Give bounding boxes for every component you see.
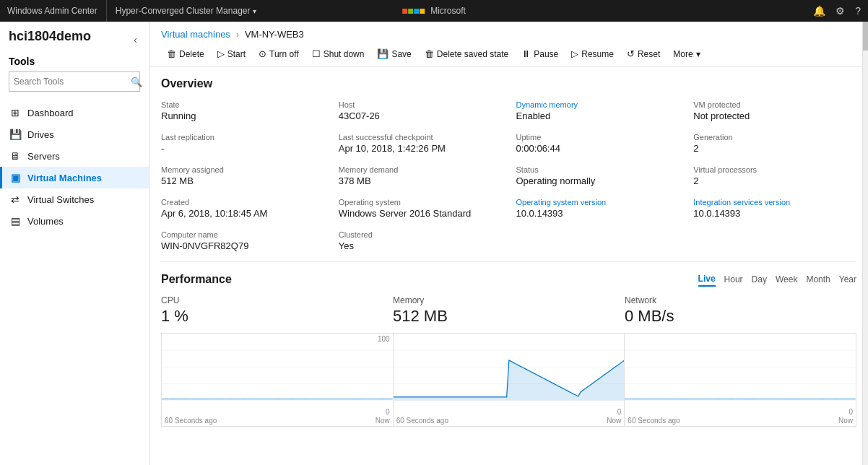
help-icon[interactable]: ? — [855, 5, 861, 17]
shut-down-label: Shut down — [324, 49, 365, 59]
performance-header: Performance LiveHourDayWeekMonthYear — [161, 272, 856, 287]
search-icon: 🔍 — [126, 77, 147, 87]
delete-label: Delete — [179, 49, 204, 59]
ov-label: Dynamic memory — [516, 100, 680, 109]
servers-nav-icon: 🖥 — [9, 150, 22, 162]
perf-metric-value-network: 0 MB/s — [625, 307, 856, 326]
shut-down-button[interactable]: ☐Shut down — [306, 45, 370, 62]
pause-label: Pause — [534, 49, 558, 59]
ov-value: - — [161, 143, 324, 154]
ov-label: Last replication — [161, 133, 324, 142]
overview-field-integration-services-version: Integration services version10.0.14393 — [693, 198, 856, 219]
save-label: Save — [391, 49, 411, 59]
breadcrumb: Virtual machines › VM-NY-WEB3 — [161, 29, 856, 40]
ov-label: Last successful checkpoint — [339, 133, 502, 142]
sidebar-title-row: hci1804demo ‹ — [9, 29, 140, 50]
memory-chart: 060 Seconds agoNow — [393, 333, 625, 427]
ms-branding: Microsoft — [402, 6, 466, 16]
reset-button[interactable]: ↺Reset — [621, 45, 666, 62]
perf-tab-live[interactable]: Live — [698, 272, 716, 287]
overview-field-status: StatusOperating normally — [516, 165, 680, 186]
sidebar-item-label-servers: Servers — [27, 151, 60, 162]
content-area: Virtual machines › VM-NY-WEB3 🗑Delete▷St… — [149, 22, 868, 465]
perf-tab-year[interactable]: Year — [839, 273, 856, 286]
more-button[interactable]: More▾ — [667, 46, 706, 62]
ov-value: Apr 6, 2018, 10:18:45 AM — [161, 208, 324, 219]
app-title: Windows Admin Center — [7, 0, 107, 22]
pause-button[interactable]: ⏸Pause — [516, 45, 564, 62]
top-bar-icons: 🔔 ⚙ ? — [813, 5, 861, 17]
sidebar-item-drives[interactable]: 💾Drives — [0, 123, 149, 145]
overview-field-created: CreatedApr 6, 2018, 10:18:45 AM — [161, 198, 324, 219]
chart-y-min-memory-chart: 0 — [617, 408, 622, 416]
perf-metric-cpu: CPU1 % — [161, 295, 393, 326]
perf-tab-month[interactable]: Month — [806, 273, 830, 286]
overview-title: Overview — [161, 77, 856, 90]
sidebar-item-servers[interactable]: 🖥Servers — [0, 145, 149, 167]
overview-field-vm-protected: VM protectedNot protected — [693, 100, 856, 121]
sidebar-item-dashboard[interactable]: ⊞Dashboard — [0, 102, 149, 123]
shut-down-icon: ☐ — [312, 48, 321, 59]
ms-logo — [402, 9, 425, 14]
overview-field-host: Host43C07-26 — [339, 100, 502, 121]
performance-tabs: LiveHourDayWeekMonthYear — [698, 272, 856, 287]
overview-field-virtual-processors: Virtual processors2 — [693, 165, 856, 186]
ov-value: 43C07-26 — [339, 110, 502, 121]
delete-icon: 🗑 — [167, 48, 176, 59]
resume-button[interactable]: ▷Resume — [565, 45, 620, 62]
perf-metric-label-cpu: CPU — [161, 295, 393, 305]
sidebar-item-virtual-machines[interactable]: ▣Virtual Machines — [0, 167, 149, 188]
sidebar-tools-label: Tools — [9, 56, 140, 67]
overview-field-computer-name: Computer nameWIN-0NVGFR82Q79 — [161, 230, 324, 251]
sidebar-collapse-button[interactable]: ‹ — [131, 32, 140, 47]
ov-label: Operating system version — [516, 198, 680, 207]
resume-icon: ▷ — [571, 48, 578, 59]
delete-saved-state-label: Delete saved state — [437, 49, 508, 59]
ov-value: 378 MB — [339, 175, 502, 186]
chart-x-right-memory-chart: Now — [607, 417, 621, 425]
perf-metric-network: Network0 MB/s — [625, 295, 856, 326]
scrollbar-thumb[interactable] — [863, 22, 868, 51]
perf-tab-hour[interactable]: Hour — [724, 273, 743, 286]
chart-x-right-network-chart: Now — [838, 417, 853, 425]
sidebar-item-volumes[interactable]: ▤Volumes — [0, 210, 149, 232]
cpu-chart: 100060 Seconds agoNow — [161, 333, 393, 427]
ov-label: Status — [516, 165, 680, 174]
start-button[interactable]: ▷Start — [212, 45, 251, 62]
overview-field-uptime: Uptime0:00:06:44 — [516, 133, 680, 154]
app-title-text: Windows Admin Center — [7, 6, 97, 16]
save-icon: 💾 — [377, 48, 389, 59]
ov-label: Uptime — [516, 133, 680, 142]
sidebar-item-virtual-switches[interactable]: ⇄Virtual Switches — [0, 188, 149, 210]
perf-tab-day[interactable]: Day — [752, 273, 767, 286]
sidebar-item-label-virtual-switches: Virtual Switches — [27, 194, 94, 205]
delete-button[interactable]: 🗑Delete — [161, 45, 210, 62]
turn-off-button[interactable]: ⊙Turn off — [253, 45, 305, 62]
perf-metric-label-memory: Memory — [393, 295, 625, 305]
delete-saved-state-button[interactable]: 🗑Delete saved state — [419, 45, 514, 62]
more-chevron-icon: ▾ — [696, 49, 700, 59]
ms-logo-green — [408, 9, 413, 14]
reset-icon: ↺ — [627, 48, 635, 59]
ov-value: Enabled — [516, 110, 680, 121]
perf-tab-week[interactable]: Week — [776, 273, 797, 286]
notification-icon[interactable]: 🔔 — [813, 5, 825, 17]
scrollbar-track[interactable] — [862, 22, 868, 465]
breadcrumb-current: VM-NY-WEB3 — [245, 29, 304, 40]
ms-logo-yellow — [420, 9, 425, 14]
chart-svg-cpu-chart — [162, 334, 393, 401]
settings-icon[interactable]: ⚙ — [836, 5, 845, 17]
ov-label: Host — [339, 100, 502, 109]
chart-x-left-network-chart: 60 Seconds ago — [628, 417, 680, 425]
ov-label: Clustered — [339, 230, 502, 239]
ov-label: Generation — [693, 133, 856, 142]
breadcrumb-parent[interactable]: Virtual machines — [161, 29, 230, 40]
search-input[interactable] — [9, 77, 126, 87]
resume-label: Resume — [581, 49, 614, 59]
save-button[interactable]: 💾Save — [371, 45, 417, 62]
ov-value: Not protected — [693, 110, 856, 121]
delete-saved-state-icon: 🗑 — [425, 48, 434, 59]
cluster-chevron-icon: ▾ — [253, 7, 256, 15]
ov-value: 512 MB — [161, 175, 324, 186]
virtual-machines-nav-icon: ▣ — [9, 172, 22, 183]
